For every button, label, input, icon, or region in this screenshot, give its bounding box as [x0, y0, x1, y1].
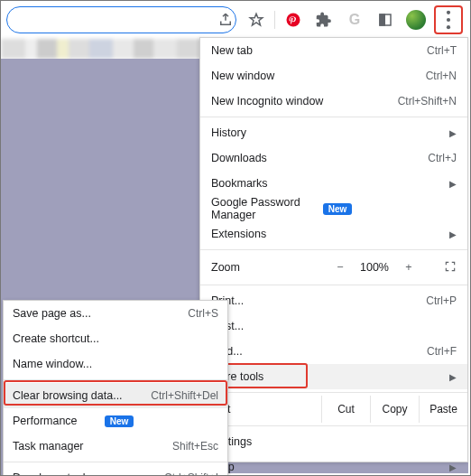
svg-point-4: [447, 18, 450, 22]
separator: [200, 392, 467, 393]
submenu-create-shortcut[interactable]: Create shortcut...: [4, 326, 227, 351]
more-tools-submenu: Save page as... Ctrl+S Create shortcut..…: [3, 300, 228, 476]
menu-label: Help: [211, 461, 444, 473]
menu-label: New tab: [211, 44, 427, 57]
menu-zoom: Zoom − 100% +: [200, 253, 467, 282]
separator: [4, 462, 227, 462]
menu-label: New window: [211, 70, 426, 82]
new-badge: New: [323, 203, 353, 215]
shortcut: Ctrl+N: [426, 70, 457, 82]
shortcut: Ctrl+Shift+N: [398, 95, 457, 107]
avatar[interactable]: [403, 7, 429, 33]
menu-label: New Incognito window: [211, 95, 398, 107]
menu-new-tab[interactable]: New tab Ctrl+T: [200, 38, 467, 63]
menu-bookmarks[interactable]: Bookmarks ▶: [200, 171, 467, 196]
zoom-out-button[interactable]: −: [332, 261, 348, 274]
menu-print[interactable]: Print... Ctrl+P: [200, 288, 467, 313]
separator: [200, 425, 467, 426]
menu-label: Extensions: [211, 228, 444, 240]
chevron-right-icon: ▶: [449, 128, 457, 138]
svg-point-0: [287, 14, 300, 27]
menu-label: Cast...: [211, 320, 457, 332]
chevron-right-icon: ▶: [449, 462, 457, 472]
divider: [274, 11, 275, 29]
menu-label: Print...: [211, 294, 426, 307]
submenu-task-manager[interactable]: Task manager Shift+Esc: [4, 434, 227, 459]
star-icon[interactable]: [244, 7, 269, 33]
menu-cast[interactable]: Cast...: [200, 313, 467, 339]
pinterest-icon[interactable]: [281, 7, 306, 33]
cut-button[interactable]: Cut: [321, 396, 370, 423]
new-badge: New: [105, 415, 134, 427]
shortcut: Ctrl+Shift+Del: [151, 389, 218, 402]
share-icon[interactable]: [213, 7, 238, 33]
menu-new-window[interactable]: New window Ctrl+N: [200, 63, 467, 89]
separator: [200, 117, 467, 117]
zoom-value: 100%: [356, 261, 393, 274]
menu-label: Create shortcut...: [13, 332, 218, 345]
menu-extensions[interactable]: Extensions ▶: [200, 221, 467, 247]
svg-rect-2: [380, 14, 384, 25]
submenu-developer-tools[interactable]: Developer tools Ctrl+Shift+I: [4, 465, 227, 476]
submenu-name-window[interactable]: Name window...: [4, 351, 227, 377]
shortcut: Ctrl+T: [427, 44, 457, 57]
menu-new-incognito[interactable]: New Incognito window Ctrl+Shift+N: [200, 89, 467, 114]
extensions-icon[interactable]: [311, 7, 337, 33]
menu-label: Performance: [13, 415, 97, 427]
menu-label: Save page as...: [13, 307, 188, 320]
menu-label: Bookmarks: [211, 177, 444, 190]
chevron-right-icon: ▶: [449, 229, 457, 239]
menu-downloads[interactable]: Downloads Ctrl+J: [200, 145, 467, 171]
separator: [200, 249, 467, 250]
shortcut: Ctrl+Shift+I: [164, 471, 218, 476]
menu-more-tools[interactable]: More tools ▶: [200, 364, 467, 389]
menu-label: More tools: [211, 370, 444, 383]
submenu-save-page[interactable]: Save page as... Ctrl+S: [4, 301, 227, 326]
more-icon[interactable]: [434, 5, 463, 34]
menu-label: Task manager: [13, 440, 172, 453]
menu-label: Developer tools: [13, 471, 164, 476]
submenu-performance[interactable]: Performance New: [4, 408, 227, 434]
submenu-clear-browsing-data[interactable]: Clear browsing data... Ctrl+Shift+Del: [4, 383, 227, 408]
zoom-in-button[interactable]: +: [401, 261, 417, 274]
chrome-main-menu: New tab Ctrl+T New window Ctrl+N New Inc…: [199, 37, 468, 462]
menu-history[interactable]: History ▶: [200, 120, 467, 145]
menu-label: Downloads: [211, 152, 428, 164]
reader-icon[interactable]: [373, 7, 398, 33]
menu-label: History: [211, 126, 444, 139]
separator: [4, 379, 227, 380]
menu-label: Zoom: [211, 261, 325, 274]
menu-password-manager[interactable]: Google Password Manager New: [200, 196, 467, 221]
shortcut: Ctrl+S: [188, 307, 218, 320]
svg-point-5: [447, 25, 450, 29]
menu-help[interactable]: Help ▶: [200, 454, 467, 476]
chevron-right-icon: ▶: [449, 372, 457, 382]
menu-label: Clear browsing data...: [13, 389, 151, 402]
svg-point-3: [447, 11, 450, 14]
google-icon[interactable]: G: [342, 7, 367, 33]
paste-button[interactable]: Paste: [419, 396, 467, 423]
chevron-right-icon: ▶: [449, 179, 457, 189]
menu-label: Name window...: [13, 358, 218, 370]
shortcut: Ctrl+F: [427, 345, 457, 358]
shortcut: Shift+Esc: [172, 440, 218, 453]
shortcut: Ctrl+P: [426, 294, 457, 307]
menu-find[interactable]: Find... Ctrl+F: [200, 339, 467, 364]
shortcut: Ctrl+J: [428, 152, 457, 164]
menu-edit: Edit Cut Copy Paste: [200, 396, 467, 423]
menu-label: Find...: [211, 345, 427, 358]
toolbar: G: [1, 6, 465, 33]
menu-settings[interactable]: Settings: [200, 429, 467, 454]
copy-button[interactable]: Copy: [370, 396, 419, 423]
separator: [200, 285, 467, 285]
fullscreen-icon[interactable]: [444, 260, 457, 275]
menu-label: Google Password Manager: [211, 196, 316, 221]
blurred-content: [1, 39, 201, 59]
menu-label: Settings: [211, 435, 457, 448]
